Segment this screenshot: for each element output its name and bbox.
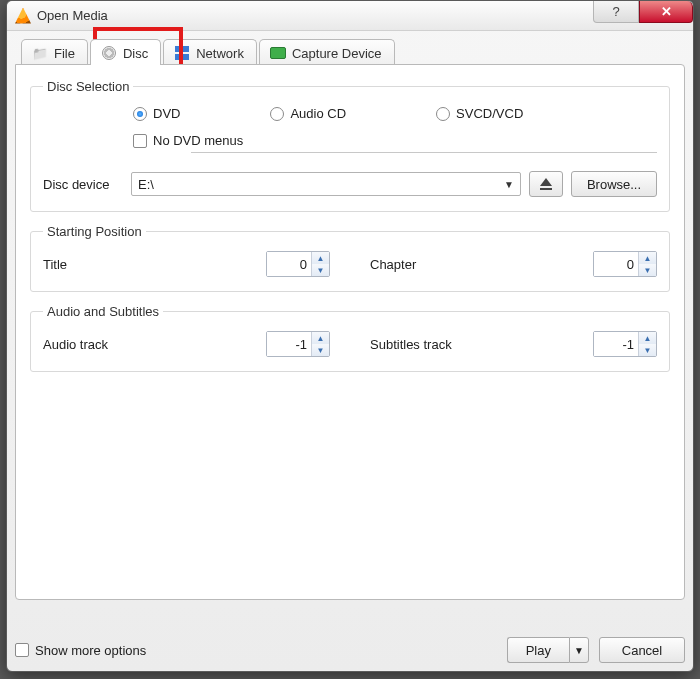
tab-file[interactable]: File [21, 39, 88, 65]
title-label: Title [43, 257, 67, 272]
no-dvd-menus-label: No DVD menus [153, 133, 243, 148]
tab-file-label: File [54, 46, 75, 61]
tab-network-label: Network [196, 46, 244, 61]
audio-track-label: Audio track [43, 337, 108, 352]
network-icon [174, 45, 190, 61]
show-more-options-checkbox[interactable]: Show more options [15, 643, 146, 658]
client-area: File Disc Network Capture Device Disc Se… [15, 39, 685, 663]
disc-icon [101, 45, 117, 61]
titlebar-help-button[interactable]: ? [593, 1, 639, 23]
disc-selection-legend: Disc Selection [43, 79, 133, 94]
dialog-footer: Show more options Play ▼ Cancel [15, 627, 685, 663]
radio-audio-cd[interactable]: Audio CD [270, 106, 346, 121]
radio-dot-icon [133, 107, 147, 121]
audio-subtitles-group: Audio and Subtitles Audio track -1 ▲▼ Su… [30, 304, 670, 372]
play-button-label: Play [526, 643, 551, 658]
cancel-button[interactable]: Cancel [599, 637, 685, 663]
tab-capture-label: Capture Device [292, 46, 382, 61]
spin-down-icon[interactable]: ▼ [312, 264, 329, 276]
window-title: Open Media [37, 8, 108, 23]
show-more-options-label: Show more options [35, 643, 146, 658]
chapter-value: 0 [594, 252, 638, 276]
tab-disc-label: Disc [123, 46, 148, 61]
spin-up-icon[interactable]: ▲ [639, 252, 656, 264]
radio-svcd-vcd[interactable]: SVCD/VCD [436, 106, 523, 121]
checkbox-icon [133, 134, 147, 148]
play-button[interactable]: Play [507, 637, 569, 663]
disc-device-combo[interactable]: E:\ ▼ [131, 172, 521, 196]
open-media-window: Open Media ? ✕ File Disc Network Capture… [6, 0, 694, 672]
tab-capture[interactable]: Capture Device [259, 39, 395, 65]
audio-track-spin[interactable]: -1 ▲▼ [266, 331, 330, 357]
chapter-label: Chapter [370, 257, 416, 272]
cancel-button-label: Cancel [622, 643, 662, 658]
radio-dvd-label: DVD [153, 106, 180, 121]
chapter-spin[interactable]: 0 ▲▼ [593, 251, 657, 277]
tab-disc[interactable]: Disc [90, 39, 161, 65]
radio-dvd[interactable]: DVD [133, 106, 180, 121]
titlebar-close-button[interactable]: ✕ [639, 1, 693, 23]
browse-button-label: Browse... [587, 177, 641, 192]
audio-track-value: -1 [267, 332, 311, 356]
no-dvd-menus-checkbox[interactable]: No DVD menus [133, 133, 243, 148]
separator [191, 152, 657, 153]
starting-position-group: Starting Position Title 0 ▲▼ Chapter 0 [30, 224, 670, 292]
title-value: 0 [267, 252, 311, 276]
tab-disc-page: Disc Selection DVD Audio CD SVCD/VCD [15, 64, 685, 600]
tab-bar: File Disc Network Capture Device [21, 39, 685, 65]
tab-network[interactable]: Network [163, 39, 257, 65]
browse-button[interactable]: Browse... [571, 171, 657, 197]
radio-dot-icon [436, 107, 450, 121]
disc-device-label: Disc device [43, 177, 123, 192]
spin-up-icon[interactable]: ▲ [639, 332, 656, 344]
subtitles-track-label: Subtitles track [370, 337, 452, 352]
radio-svcd-label: SVCD/VCD [456, 106, 523, 121]
spin-down-icon[interactable]: ▼ [639, 264, 656, 276]
spin-up-icon[interactable]: ▲ [312, 332, 329, 344]
checkbox-icon [15, 643, 29, 657]
folder-icon [32, 45, 48, 61]
title-spin[interactable]: 0 ▲▼ [266, 251, 330, 277]
play-dropdown-button[interactable]: ▼ [569, 637, 589, 663]
subtitles-track-spin[interactable]: -1 ▲▼ [593, 331, 657, 357]
chevron-down-icon: ▼ [574, 645, 584, 656]
disc-selection-group: Disc Selection DVD Audio CD SVCD/VCD [30, 79, 670, 212]
starting-position-legend: Starting Position [43, 224, 146, 239]
spin-down-icon[interactable]: ▼ [312, 344, 329, 356]
eject-icon [540, 178, 552, 190]
eject-button[interactable] [529, 171, 563, 197]
capture-device-icon [270, 45, 286, 61]
radio-dot-icon [270, 107, 284, 121]
vlc-cone-icon [15, 8, 31, 24]
spin-down-icon[interactable]: ▼ [639, 344, 656, 356]
disc-device-value: E:\ [138, 177, 154, 192]
audio-subtitles-legend: Audio and Subtitles [43, 304, 163, 319]
radio-audio-cd-label: Audio CD [290, 106, 346, 121]
chevron-down-icon: ▼ [504, 179, 514, 190]
spin-up-icon[interactable]: ▲ [312, 252, 329, 264]
subtitles-track-value: -1 [594, 332, 638, 356]
titlebar: Open Media ? ✕ [7, 1, 693, 31]
